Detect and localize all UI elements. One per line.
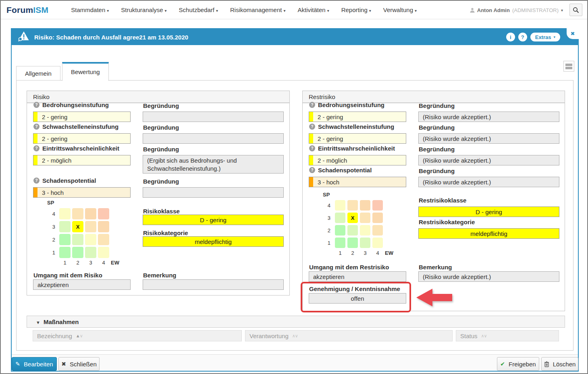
- nav-item-aktivitaeten[interactable]: Aktivitäten▾: [293, 4, 334, 16]
- restrisikoklasse-label: Restrisikoklasse: [419, 197, 466, 204]
- bearbeiten-button[interactable]: ✎Bearbeiten: [12, 357, 57, 371]
- begruendung-label: Begründung: [143, 124, 179, 131]
- app-logo[interactable]: ForumISM: [6, 5, 48, 15]
- tab-bar: Allgemein Bewertung: [16, 62, 109, 81]
- tab-bewertung[interactable]: Bewertung: [62, 62, 109, 81]
- sort-icons: ∧∨: [481, 333, 487, 339]
- begruendung-field[interactable]: (Ergibt sich aus Bedrohungs- und Schwach…: [143, 155, 284, 174]
- begruendung-field[interactable]: (Risiko wurde akzeptiert.): [418, 133, 559, 144]
- schadenspotential-input[interactable]: 3 - hoch: [33, 187, 131, 198]
- nav-item-stammdaten[interactable]: Stammdaten▾: [66, 4, 114, 16]
- help-icon[interactable]: ?: [309, 167, 315, 173]
- column-header-verantwortung[interactable]: Verantwortung∧∨: [245, 330, 453, 341]
- matrix-col-label: 1: [335, 250, 345, 260]
- restrisikoklasse-value: D - gering: [418, 207, 559, 217]
- matrix-cell: [360, 200, 370, 211]
- residual-risk-matrix: 43X211234EW: [323, 200, 399, 260]
- schliessen-button[interactable]: ✖Schließen: [58, 357, 100, 371]
- tab-allgemein[interactable]: Allgemein: [16, 66, 60, 81]
- restrisiko-group: Restrisiko ?Bedrohungseinstufung 2 - ger…: [302, 91, 565, 311]
- genehmigung-field[interactable]: offen: [309, 293, 406, 304]
- extras-button[interactable]: Extras▾: [530, 33, 560, 41]
- matrix-cell: [85, 221, 96, 232]
- help-icon[interactable]: ?: [309, 145, 315, 151]
- level-color-stripe: [33, 155, 37, 165]
- nav-item-strukturanalyse[interactable]: Strukturanalyse▾: [116, 4, 171, 16]
- freigeben-button[interactable]: ✔Freigeben: [497, 357, 539, 371]
- umgang-risiko-field[interactable]: akzeptieren: [33, 279, 131, 290]
- application-window: ForumISM Stammdaten▾ Strukturanalyse▾ Sc…: [0, 0, 588, 374]
- matrix-row-label: 1: [323, 238, 333, 248]
- caret-down-icon: ▾: [107, 8, 109, 13]
- matrix-cell: [360, 225, 370, 236]
- genehmigung-label: Genehmigung / Kenntnisnahme: [309, 285, 400, 292]
- help-icon[interactable]: ?: [309, 102, 315, 108]
- matrix-cell: [360, 213, 370, 223]
- bemerkung-field[interactable]: (Risiko wurde akzeptiert.): [418, 271, 559, 282]
- matrix-cell: [85, 247, 96, 258]
- column-header-status[interactable]: Status∧∨: [456, 330, 559, 341]
- begruendung-label: Begründung: [143, 146, 179, 153]
- search-button[interactable]: [569, 4, 582, 16]
- caret-down-icon: ▾: [216, 8, 218, 13]
- schwachstelleneinstufung-input[interactable]: 2 - gering: [309, 133, 406, 144]
- matrix-ew-axis-label: EW: [385, 250, 399, 260]
- info-icon[interactable]: i: [506, 33, 515, 41]
- help-icon[interactable]: ?: [33, 178, 39, 184]
- help-icon[interactable]: ?: [309, 124, 315, 130]
- umgang-restrisiko-field[interactable]: akzeptieren: [309, 271, 406, 282]
- matrix-cell: [72, 247, 83, 258]
- caret-down-icon: ▾: [369, 8, 371, 13]
- check-icon: ✔: [500, 361, 505, 367]
- eintrittswahrscheinlichkeit-input[interactable]: 2 - möglich: [33, 155, 131, 165]
- eintrittswahrscheinlichkeit-input[interactable]: 2 - möglich: [309, 155, 406, 165]
- begruendung-field[interactable]: (Risiko wurde akzeptiert.): [418, 155, 559, 165]
- nav-item-risikomanagement[interactable]: Risikomanagement▾: [225, 4, 290, 16]
- begruendung-field[interactable]: (Risiko wurde akzeptiert.): [418, 177, 559, 187]
- matrix-cell: [72, 234, 83, 245]
- collapse-triangle-icon: ▼: [36, 320, 40, 325]
- nav-item-reporting[interactable]: Reporting▾: [337, 4, 376, 16]
- nav-item-verwaltung[interactable]: Verwaltung▾: [378, 4, 422, 16]
- sort-icons: ▲∨: [76, 333, 83, 339]
- begruendung-field[interactable]: [143, 133, 284, 144]
- matrix-row-label: 2: [48, 234, 58, 245]
- bedrohungseinstufung-input[interactable]: 2 - gering: [33, 112, 131, 122]
- main-menu: Stammdaten▾ Strukturanalyse▾ Schutzbedar…: [66, 4, 422, 16]
- begruendung-label: Begründung: [143, 102, 179, 109]
- matrix-cell: [347, 225, 358, 236]
- nav-item-schutzbedarf[interactable]: Schutzbedarf▾: [174, 4, 223, 16]
- risk-matrix: 43X211234EW: [48, 208, 125, 271]
- field-label-bedrohungseinstufung: ?Bedrohungseinstufung: [33, 101, 109, 108]
- schadenspotential-input[interactable]: 3 - hoch: [309, 177, 406, 187]
- massnahmen-section-header[interactable]: ▼Maßnahmen: [27, 316, 565, 328]
- edit-icon: ✎: [15, 361, 20, 367]
- matrix-cell: [347, 200, 358, 211]
- matrix-row-label: 1: [48, 247, 58, 258]
- schwachstelleneinstufung-input[interactable]: 2 - gering: [33, 133, 131, 144]
- begruendung-field[interactable]: [143, 112, 284, 122]
- begruendung-field[interactable]: [143, 187, 284, 198]
- matrix-cell: [72, 208, 83, 219]
- help-icon[interactable]: ?: [33, 124, 39, 130]
- begruendung-field[interactable]: (Risiko wurde akzeptiert.): [418, 112, 559, 122]
- top-navigation-bar: ForumISM Stammdaten▾ Strukturanalyse▾ Sc…: [1, 1, 587, 19]
- close-icon[interactable]: ✖: [567, 28, 579, 39]
- loeschen-button[interactable]: Löschen: [541, 357, 578, 371]
- list-view-icon[interactable]: [563, 61, 574, 72]
- bemerkung-label: Bemerkung: [419, 264, 452, 271]
- user-name: Anton Admin: [477, 7, 510, 13]
- bedrohungseinstufung-input[interactable]: 2 - gering: [309, 112, 406, 122]
- matrix-col-label: 4: [372, 250, 383, 260]
- help-icon[interactable]: ?: [518, 33, 527, 41]
- risikoklasse-label: Risikoklasse: [143, 208, 180, 215]
- umgang-restrisiko-label: Umgang mit dem Restrisiko: [309, 264, 389, 271]
- restrisikokategorie-value: meldepflichtig: [418, 228, 559, 239]
- umgang-risiko-label: Umgang mit dem Risiko: [33, 272, 102, 279]
- user-menu[interactable]: Anton Admin (ADMINISTRATOR) ▾: [470, 1, 563, 19]
- bemerkung-field[interactable]: [143, 279, 284, 290]
- help-icon[interactable]: ?: [33, 145, 39, 151]
- column-header-bezeichnung[interactable]: Bezeichnung▲∨: [33, 330, 242, 341]
- help-icon[interactable]: ?: [33, 102, 39, 108]
- matrix-row-label: 3: [323, 213, 333, 223]
